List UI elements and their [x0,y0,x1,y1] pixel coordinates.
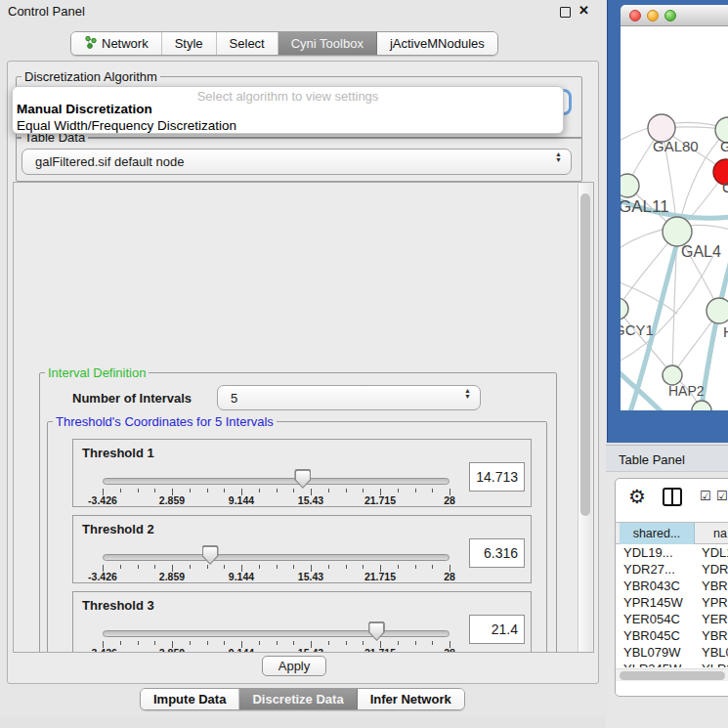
network-node[interactable] [692,401,711,410]
table-horizontal-scrollbar[interactable] [616,668,728,681]
slider-tick [207,565,208,569]
tab-cyni-toolbox[interactable]: Cyni Toolbox [278,32,377,55]
float-window-icon[interactable] [560,7,571,18]
threshold-label: Threshold 1 [82,446,154,460]
slider-tick [120,565,121,569]
cell-name: YBR0 [702,578,728,593]
slider-tick-label: 9.144 [229,647,254,653]
table-data-combobox[interactable]: galFiltered.sif default node ▲▼ [21,149,572,175]
number-of-intervals-label: Number of Intervals [72,391,192,406]
slider-tick [293,489,294,492]
tab-network[interactable]: Network [71,32,162,55]
threshold-slider-track[interactable] [103,554,450,561]
table-row[interactable]: YBR043CYBR0 [616,578,728,594]
split-columns-icon[interactable] [663,488,682,506]
slider-tick [154,565,155,569]
tab-discretize-data[interactable]: Discretize Data [239,689,357,709]
slider-tick [363,565,364,569]
tab-infer-network[interactable]: Infer Network [358,689,464,709]
network-node-hap2[interactable] [663,365,682,385]
threshold-value-field[interactable]: 14.713 [469,462,525,492]
slider-tick-label: 28 [444,494,455,506]
slider-tick [277,489,278,492]
cell-shared-name: YBL079W [623,645,681,660]
node-label: H [723,323,728,340]
cell-shared-name: YER054C [623,612,680,626]
threshold-slider-thumb[interactable] [294,469,311,489]
slider-tick-label: 9.144 [229,571,254,582]
slider-tick-label: -3.426 [88,571,117,582]
table-row[interactable]: YBR045CYBR0 [616,627,728,644]
slider-tick [190,565,191,569]
slider-tick [120,641,121,645]
tab-label: Style [175,36,203,51]
application: Control Panel ✕ NetworkStyleSelectCyni T… [0,0,728,728]
checkbox-icon[interactable]: ☑ [700,489,711,503]
settings-scroll-panel: Interval Definition Number of Intervals … [13,182,594,653]
minimize-traffic-light[interactable] [647,10,659,21]
cell-shared-name: YBR045C [623,628,680,643]
apply-button[interactable]: Apply [262,656,326,676]
threshold-slider-track[interactable] [103,630,450,637]
slider-tick [277,565,278,569]
settings-vertical-scrollbar[interactable] [578,184,592,652]
number-of-intervals-combobox[interactable]: 5 ▲▼ [217,385,481,410]
top-tab-bar: NetworkStyleSelectCyni ToolboxjActiveMNo… [70,31,498,56]
table-row[interactable]: YPR145WYPR1 [616,594,728,611]
table-rows: YDL19...YDL1YDR27...YDR2YBR043CYBR0YPR14… [616,544,728,667]
scrollbar-thumb[interactable] [580,193,590,516]
slider-tick-label: 9.144 [229,494,254,506]
network-window-titlebar [621,5,728,26]
column-header-shared-name[interactable]: shared... [620,523,695,544]
slider-tick [138,565,139,569]
threshold-value-field[interactable]: 21.4 [469,615,525,644]
tab-impute-data[interactable]: Impute Data [141,689,239,709]
node-label: GAL80 [653,138,699,154]
close-icon[interactable]: ✕ [578,3,589,18]
close-traffic-light[interactable] [629,10,641,21]
network-canvas[interactable]: GAL80GACGAL11GAL4GCY1HHAP2 [621,26,728,410]
slider-tick [398,489,399,492]
node-label: GAL4 [681,243,721,260]
threshold-1-box: Threshold 1-3.4262.8599.14415.4321.71528… [72,439,532,507]
popup-item-equal-width-frequency[interactable]: Equal Width/Frequency Discretization [17,118,561,133]
slider-tick [363,641,364,645]
table-row[interactable]: YDL19...YDL1 [616,544,728,561]
slider-tick [398,565,399,569]
gear-icon[interactable]: ⚙ [628,485,646,508]
table-row[interactable]: YLR345WYLR3 [616,661,728,667]
cell-shared-name: YDL19... [623,545,673,560]
network-node-gal11[interactable] [621,174,639,197]
table-panel-title: Table Panel [619,452,685,467]
slider-tick [432,641,433,645]
zoom-traffic-light[interactable] [664,10,676,21]
slider-tick [224,489,225,492]
slider-tick [207,641,208,645]
network-node-h[interactable] [707,298,728,323]
panel-title: Control Panel [8,4,85,19]
tab-style[interactable]: Style [162,32,217,55]
threshold-slider-track[interactable] [103,478,450,485]
network-node-gcy1[interactable] [621,298,628,320]
threshold-slider-thumb[interactable] [202,545,219,565]
threshold-label: Threshold 3 [82,598,154,613]
control-panel-titlebar: Control Panel ✕ [0,0,606,21]
slider-tick [328,641,329,645]
checkbox-icon[interactable]: ☑ [716,489,728,503]
tab-select[interactable]: Select [217,32,278,55]
network-node-gal4[interactable] [663,217,692,246]
threshold-slider-thumb[interactable] [368,621,385,641]
tab-jactivemnodules[interactable]: jActiveMNodules [377,32,497,55]
slider-tick [363,489,364,492]
table-row[interactable]: YER054CYER0 [616,611,728,627]
combo-stepper-icon: ▲▼ [555,151,562,163]
table-row[interactable]: YBL079WYBL0 [616,644,728,661]
node-table-widget: ⚙ ☑ ☑ shared... na YDL19...YDL1YDR27...Y… [615,478,728,697]
table-header-row: shared... na [616,522,728,544]
popup-item-manual-discretization[interactable]: Manual Discretization [17,102,561,116]
slider-tick [346,489,347,492]
column-header-name[interactable]: na [696,523,728,544]
threshold-value-field[interactable]: 6.316 [469,538,525,568]
table-row[interactable]: YDR27...YDR2 [616,561,728,578]
slider-tick [346,641,347,645]
